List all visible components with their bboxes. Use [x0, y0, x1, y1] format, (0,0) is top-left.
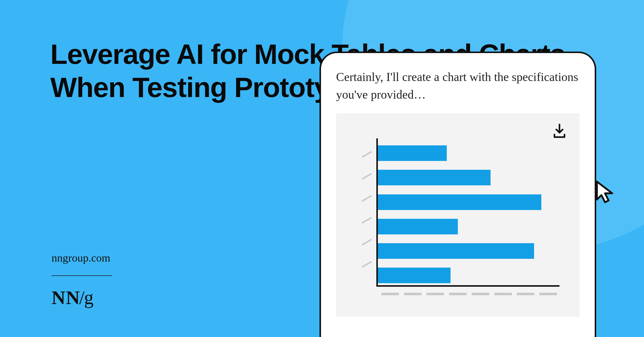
y-tick	[361, 151, 372, 158]
y-tick	[361, 261, 372, 268]
bar	[378, 219, 458, 234]
ai-response-text: Certainly, I'll create a chart with the …	[336, 68, 580, 103]
x-tick	[381, 293, 399, 295]
y-tick	[361, 173, 372, 180]
y-tick	[361, 195, 372, 202]
bar	[378, 194, 541, 210]
chart-area	[361, 138, 565, 297]
x-tick	[517, 293, 534, 295]
cursor-icon	[594, 180, 616, 205]
bar-row	[378, 268, 559, 283]
bar-row	[378, 243, 559, 259]
chart-x-axis	[376, 285, 559, 287]
x-tick	[449, 293, 467, 295]
y-tick	[361, 217, 372, 224]
nng-logo: NN/g	[52, 287, 94, 309]
bar	[378, 243, 534, 259]
x-tick	[472, 293, 489, 295]
bar-row	[378, 170, 559, 185]
chart-x-ticks	[381, 293, 557, 295]
x-tick	[426, 293, 444, 295]
bar	[378, 268, 451, 283]
site-url: nngroup.com	[52, 251, 110, 264]
y-tick	[361, 239, 372, 246]
x-tick	[404, 293, 422, 295]
logo-nn: NN	[52, 287, 80, 308]
x-tick	[494, 293, 512, 295]
device-frame: Certainly, I'll create a chart with the …	[319, 52, 596, 337]
chart-card	[336, 113, 580, 317]
divider	[52, 275, 112, 276]
bar-row	[378, 219, 559, 234]
bar-row	[378, 194, 559, 210]
chart-bars	[378, 143, 559, 285]
bar	[378, 145, 447, 161]
bar-row	[378, 145, 559, 161]
bar	[378, 170, 491, 185]
x-tick	[539, 293, 557, 295]
download-icon[interactable]	[552, 123, 567, 138]
logo-g: g	[84, 287, 94, 308]
